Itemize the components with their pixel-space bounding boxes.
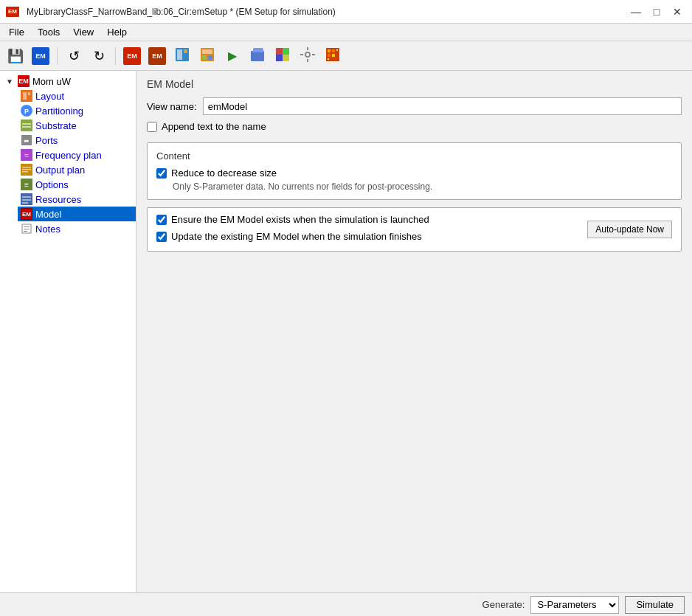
- svg-rect-17: [307, 47, 308, 50]
- sidebar-item-partitioning[interactable]: P Partitioning: [18, 103, 136, 118]
- mosaic-button[interactable]: [322, 45, 344, 67]
- schematic-button[interactable]: [171, 45, 193, 67]
- undo-button[interactable]: ↺: [63, 45, 85, 67]
- model-sidebar-icon: EM: [21, 208, 32, 220]
- run-button[interactable]: ▶: [221, 45, 243, 67]
- options-sidebar-icon: ≡: [21, 179, 32, 190]
- svg-rect-2: [184, 49, 187, 53]
- sidebar-options-label: Options: [35, 179, 69, 190]
- settings-button[interactable]: [297, 45, 319, 67]
- panel-title: EM Model: [147, 78, 682, 90]
- em-red2-icon: EM: [148, 47, 166, 65]
- sidebar-output-plan-label: Output plan: [35, 165, 85, 176]
- svg-line-9: [251, 48, 253, 51]
- save-button[interactable]: 💾: [4, 45, 27, 67]
- sidebar-item-notes[interactable]: Notes: [18, 221, 136, 236]
- substrate-sidebar-icon: [21, 120, 32, 131]
- title-bar: EM MyLibraryClassF_NarrowBand_lib:06_Cir…: [0, 0, 692, 24]
- ensure1-checkbox[interactable]: [156, 215, 167, 225]
- content-section-title: Content: [156, 150, 672, 162]
- sidebar-item-options[interactable]: ≡ Options: [18, 177, 136, 192]
- svg-rect-25: [332, 54, 335, 57]
- layout-button[interactable]: [196, 45, 218, 67]
- 3d-button[interactable]: [246, 45, 269, 67]
- layout-icon: [199, 46, 215, 66]
- svg-rect-53: [24, 231, 27, 232]
- svg-rect-12: [283, 48, 289, 55]
- sidebar-layout-label: Layout: [35, 91, 64, 102]
- ensure-checks: Ensure the EM Model exists when the simu…: [156, 214, 429, 245]
- colors-button[interactable]: [271, 45, 294, 67]
- svg-rect-6: [208, 55, 212, 60]
- sidebar-item-substrate[interactable]: Substrate: [18, 118, 136, 133]
- svg-rect-34: [22, 123, 31, 125]
- svg-rect-13: [276, 55, 283, 61]
- svg-rect-18: [307, 59, 308, 62]
- sidebar-frequency-plan-label: Frequency plan: [35, 150, 102, 161]
- svg-point-16: [306, 53, 309, 56]
- menu-view[interactable]: View: [67, 25, 100, 39]
- title-bar-controls: — □ ✕: [627, 4, 686, 19]
- redo-icon: ↻: [94, 48, 105, 64]
- sidebar-tree: ▼ EM Mom uW Layout P Partitioning: [0, 74, 136, 236]
- minimize-button[interactable]: —: [627, 4, 645, 19]
- reduce-checkbox[interactable]: [156, 168, 167, 179]
- svg-rect-52: [24, 229, 30, 229]
- generate-label: Generate:: [482, 599, 525, 610]
- title-bar-left: EM MyLibraryClassF_NarrowBand_lib:06_Cir…: [6, 7, 336, 17]
- reduce-label: Reduce to decrease size: [171, 167, 277, 179]
- maximize-button[interactable]: □: [648, 4, 665, 19]
- em-red2-button[interactable]: EM: [146, 45, 168, 67]
- ensure1-label: Ensure the EM Model exists when the simu…: [171, 214, 429, 225]
- menu-file[interactable]: File: [3, 25, 30, 39]
- auto-update-button[interactable]: Auto-update Now: [587, 221, 672, 238]
- resources-sidebar-icon: [21, 193, 32, 205]
- sidebar-item-frequency-plan[interactable]: ≈ Frequency plan: [18, 148, 136, 162]
- em-blue-icon: EM: [32, 47, 49, 65]
- settings-icon: [300, 46, 316, 66]
- sidebar-root-label: Mom uW: [32, 76, 71, 87]
- sidebar-root-item[interactable]: ▼ EM Mom uW: [3, 74, 136, 89]
- svg-rect-43: [22, 171, 28, 173]
- svg-line-10: [263, 48, 264, 51]
- view-name-group: View name:: [147, 97, 682, 115]
- svg-rect-42: [22, 169, 31, 170]
- svg-rect-11: [276, 48, 283, 55]
- em-setup-blue-button[interactable]: EM: [30, 45, 52, 67]
- svg-rect-41: [22, 167, 31, 168]
- redo-button[interactable]: ↻: [88, 45, 110, 67]
- sidebar-substrate-label: Substrate: [35, 120, 77, 131]
- colors-icon: [274, 46, 291, 66]
- toolbar-separator-1: [57, 47, 58, 65]
- bottom-bar: Generate: S-Parameters Y-Parameters Z-Pa…: [0, 592, 692, 616]
- ensure2-row: Update the existing EM Model when the si…: [156, 231, 429, 242]
- sidebar-children: Layout P Partitioning Substrate ⬌: [3, 89, 136, 236]
- window-title: MyLibraryClassF_NarrowBand_lib:06_Cir:em…: [27, 7, 336, 17]
- ensure2-checkbox[interactable]: [156, 232, 167, 242]
- toolbar: 💾 EM ↺ ↻ EM EM: [0, 41, 692, 71]
- cube-icon: [249, 46, 266, 66]
- close-button[interactable]: ✕: [668, 4, 686, 19]
- sidebar-item-resources[interactable]: Resources: [18, 192, 136, 207]
- view-name-label: View name:: [147, 101, 197, 112]
- sidebar-item-ports[interactable]: ⬌ Ports: [18, 133, 136, 148]
- sidebar-item-model[interactable]: EM Model: [18, 207, 136, 221]
- generate-select[interactable]: S-Parameters Y-Parameters Z-Parameters: [530, 596, 619, 614]
- sidebar-item-layout[interactable]: Layout: [18, 89, 136, 103]
- append-text-checkbox[interactable]: [147, 122, 157, 132]
- menu-help[interactable]: Help: [101, 25, 133, 39]
- hint-text: Only S-Parameter data. No currents nor f…: [173, 181, 672, 192]
- svg-rect-35: [22, 126, 31, 128]
- sidebar-item-output-plan[interactable]: Output plan: [18, 162, 136, 177]
- menu-tools[interactable]: Tools: [32, 25, 66, 39]
- partition-sidebar-icon: P: [21, 105, 32, 117]
- em-red-button[interactable]: EM: [121, 45, 143, 67]
- main-layout: ▼ EM Mom uW Layout P Partitioning: [0, 71, 692, 592]
- svg-text:⬌: ⬌: [24, 137, 30, 145]
- output-sidebar-icon: [21, 164, 32, 176]
- simulate-button[interactable]: Simulate: [625, 596, 685, 614]
- tree-expand-icon: ▼: [6, 77, 15, 86]
- content-box: Content Reduce to decrease size Only S-P…: [147, 142, 682, 200]
- sidebar-notes-label: Notes: [35, 224, 60, 235]
- view-name-input[interactable]: [203, 97, 682, 115]
